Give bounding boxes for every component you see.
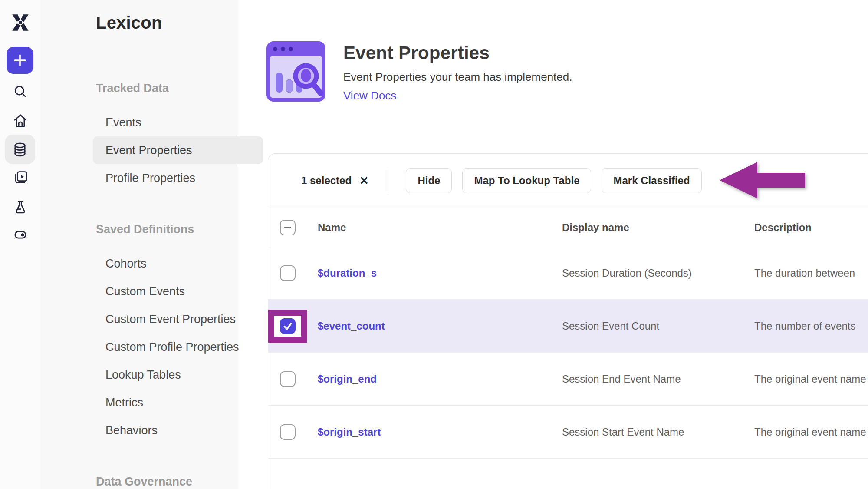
sidebar-item-label: Custom Events bbox=[105, 285, 185, 298]
hide-button[interactable]: Hide bbox=[406, 168, 452, 193]
row-checkbox-zone bbox=[268, 363, 307, 396]
event-properties-illustration-icon bbox=[266, 40, 326, 102]
experiments-icon[interactable] bbox=[12, 198, 29, 216]
data-management-selected-pill bbox=[5, 135, 35, 164]
row-checkbox-zone bbox=[268, 416, 307, 449]
page-title: Event Properties bbox=[343, 43, 572, 63]
sidebar-section-label: Saved Definitions bbox=[96, 223, 237, 236]
home-icon[interactable] bbox=[12, 112, 29, 129]
mark-classified-button[interactable]: Mark Classified bbox=[602, 168, 701, 193]
table-header-row: Name Display name Description bbox=[268, 208, 868, 247]
sidebar-item-label: Custom Profile Properties bbox=[105, 340, 239, 354]
sidebar-item-events[interactable]: Events bbox=[93, 109, 263, 136]
description-cell: The original event name bbox=[754, 373, 866, 385]
display-name-cell: Session Duration (Seconds) bbox=[562, 267, 692, 279]
toolbar-divider bbox=[388, 169, 389, 193]
property-name-link[interactable]: $origin_end bbox=[318, 373, 377, 385]
sidebar-section: Tracked Data Events Event Properties Pro… bbox=[40, 82, 237, 192]
table-row[interactable]: $origin_start Session Start Event Name T… bbox=[268, 406, 868, 459]
search-icon[interactable] bbox=[12, 83, 29, 101]
select-all-checkbox[interactable] bbox=[280, 220, 296, 235]
column-header-description[interactable]: Description bbox=[754, 221, 812, 234]
sidebar-item-label: Custom Event Properties bbox=[105, 313, 236, 326]
sidebar-item-custom-profile-properties[interactable]: Custom Profile Properties bbox=[93, 333, 263, 361]
feature-flags-icon[interactable] bbox=[12, 226, 29, 244]
create-plus-button[interactable] bbox=[7, 47, 33, 74]
checkmark-icon bbox=[281, 320, 294, 333]
sidebar-item-label: Profile Properties bbox=[105, 172, 195, 185]
sidebar-section: Saved Definitions Cohorts Custom Events … bbox=[40, 223, 237, 444]
icon-rail bbox=[0, 0, 41, 489]
map-to-lookup-table-button[interactable]: Map To Lookup Table bbox=[462, 168, 591, 193]
selected-count-label: 1 selected bbox=[301, 175, 352, 187]
indeterminate-dash-icon bbox=[284, 227, 291, 228]
table-body: $duration_s Session Duration (Seconds) T… bbox=[268, 247, 868, 459]
section-items: Cohorts Custom Events Custom Event Prope… bbox=[40, 250, 237, 444]
display-name-cell: Session Event Count bbox=[562, 320, 659, 332]
description-cell: The duration between bbox=[754, 267, 855, 279]
sidebar-item-label: Cohorts bbox=[105, 257, 147, 271]
sidebar-item-label: Metrics bbox=[105, 396, 143, 410]
event-properties-table-card: 1 selected ✕ Hide Map To Lookup Table Ma… bbox=[268, 153, 868, 489]
sidebar-section-label: Data Governance bbox=[96, 475, 237, 488]
page-subtitle: Event Properties your team has implement… bbox=[343, 70, 572, 84]
row-checkbox[interactable] bbox=[280, 424, 296, 440]
row-checkbox-zone bbox=[268, 310, 307, 343]
property-name-link[interactable]: $origin_start bbox=[318, 426, 381, 438]
row-checkbox-zone bbox=[268, 257, 307, 290]
sidebar-sections: Tracked Data Events Event Properties Pro… bbox=[40, 82, 237, 489]
row-checkbox[interactable] bbox=[280, 265, 296, 281]
clear-selection-icon[interactable]: ✕ bbox=[359, 174, 369, 188]
sidebar-section: Data Governance bbox=[40, 475, 237, 488]
display-name-cell: Session Start Event Name bbox=[562, 426, 684, 438]
description-cell: The original event name bbox=[754, 426, 866, 438]
sidebar-item-metrics[interactable]: Metrics bbox=[93, 389, 263, 416]
lexicon-screen: Lexicon Tracked Data Events Event Proper… bbox=[0, 0, 868, 489]
plus-icon bbox=[7, 47, 33, 74]
table-row[interactable]: $event_count Session Event Count The num… bbox=[268, 300, 868, 353]
description-cell: The number of events bbox=[754, 320, 855, 332]
sidebar-item-label: Behaviors bbox=[105, 424, 158, 437]
table-row[interactable]: $origin_end Session End Event Name The o… bbox=[268, 353, 868, 406]
table-row[interactable]: $duration_s Session Duration (Seconds) T… bbox=[268, 247, 868, 300]
sidebar-item-custom-event-properties[interactable]: Custom Event Properties bbox=[93, 305, 263, 333]
sidebar-item-behaviors[interactable]: Behaviors bbox=[93, 416, 263, 444]
sidebar-item-cohorts[interactable]: Cohorts bbox=[93, 250, 263, 278]
sidebar-item-label: Events bbox=[105, 116, 141, 129]
column-header-name[interactable]: Name bbox=[318, 221, 346, 234]
view-docs-link[interactable]: View Docs bbox=[343, 89, 396, 102]
lexicon-sidebar: Lexicon Tracked Data Events Event Proper… bbox=[40, 0, 237, 489]
header-checkbox-zone bbox=[268, 211, 307, 244]
column-header-display-name[interactable]: Display name bbox=[562, 221, 629, 234]
sidebar-section-label: Tracked Data bbox=[96, 82, 237, 95]
row-checkbox[interactable] bbox=[280, 371, 296, 387]
sidebar-item-event-properties[interactable]: Event Properties bbox=[93, 136, 263, 164]
section-items: Events Event Properties Profile Properti… bbox=[40, 109, 237, 192]
sidebar-item-lookup-tables[interactable]: Lookup Tables bbox=[93, 361, 263, 389]
sidebar-item-label: Event Properties bbox=[105, 144, 192, 157]
sidebar-item-profile-properties[interactable]: Profile Properties bbox=[93, 164, 263, 192]
property-name-link[interactable]: $event_count bbox=[318, 320, 385, 332]
row-checkbox[interactable] bbox=[280, 318, 296, 334]
bulk-actions-toolbar: 1 selected ✕ Hide Map To Lookup Table Ma… bbox=[268, 154, 868, 208]
boards-icon[interactable] bbox=[12, 169, 29, 187]
property-name-link[interactable]: $duration_s bbox=[318, 267, 377, 279]
sidebar-item-custom-events[interactable]: Custom Events bbox=[93, 278, 263, 305]
sidebar-item-label: Lookup Tables bbox=[105, 368, 181, 382]
data-management-icon[interactable] bbox=[11, 141, 29, 158]
display-name-cell: Session End Event Name bbox=[562, 373, 681, 385]
sidebar-title: Lexicon bbox=[96, 13, 162, 33]
mixpanel-logo[interactable] bbox=[0, 13, 40, 32]
